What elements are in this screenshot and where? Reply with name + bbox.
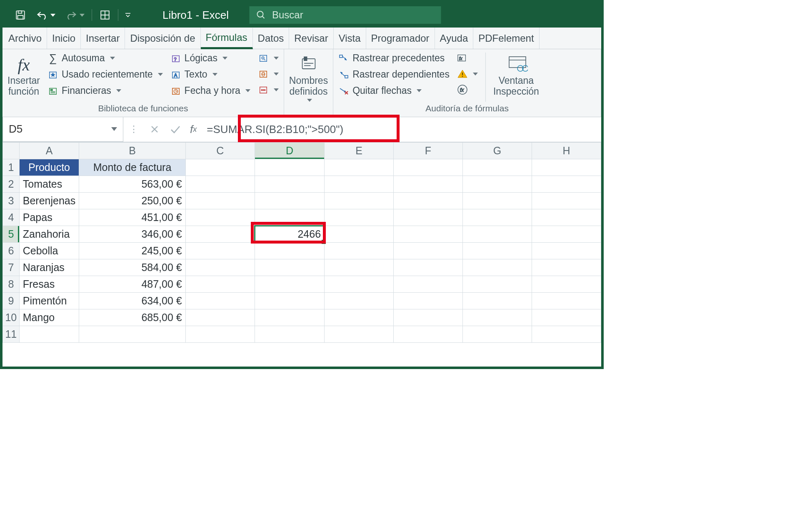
cell-D2[interactable]	[255, 176, 324, 192]
tab-inicio[interactable]: Inicio	[47, 28, 81, 49]
cell-A3[interactable]: Berenjenas	[19, 192, 79, 209]
defined-names-button[interactable]: Nombres definidos	[289, 53, 328, 102]
cell-E10[interactable]	[325, 309, 394, 326]
cell-G1[interactable]	[462, 159, 532, 176]
tab-vista[interactable]: Vista	[334, 28, 366, 49]
column-header-H[interactable]: H	[532, 142, 601, 159]
cell-H1[interactable]	[532, 159, 601, 176]
select-all-corner[interactable]	[3, 142, 20, 159]
cell-H5[interactable]	[532, 226, 601, 242]
cell-H8[interactable]	[532, 276, 601, 292]
tab-pdfelement[interactable]: PDFelement	[473, 28, 539, 49]
column-header-C[interactable]: C	[185, 142, 255, 159]
cell-D4[interactable]	[255, 209, 324, 226]
customize-qat-button[interactable]	[122, 5, 134, 25]
cell-E4[interactable]	[325, 209, 394, 226]
cell-D6[interactable]	[255, 242, 324, 259]
cell-F2[interactable]	[394, 176, 463, 192]
cell-B2[interactable]: 563,00 €	[79, 176, 186, 192]
row-header-11[interactable]: 11	[3, 326, 20, 342]
cell-C6[interactable]	[185, 242, 255, 259]
show-formulas-button[interactable]: fx	[457, 53, 478, 63]
cell-H10[interactable]	[532, 309, 601, 326]
cell-E7[interactable]	[325, 259, 394, 276]
cell-H4[interactable]	[532, 209, 601, 226]
cell-A1[interactable]: Producto	[19, 159, 79, 176]
cell-A8[interactable]: Fresas	[19, 276, 79, 292]
text-button[interactable]: A Texto	[170, 69, 250, 80]
redo-button[interactable]	[62, 5, 88, 25]
cell-F9[interactable]	[394, 292, 463, 309]
cell-B7[interactable]: 584,00 €	[79, 259, 186, 276]
cell-F6[interactable]	[394, 242, 463, 259]
cell-A2[interactable]: Tomates	[19, 176, 79, 192]
cell-H11[interactable]	[532, 326, 601, 342]
cell-H3[interactable]	[532, 192, 601, 209]
cell-F11[interactable]	[394, 326, 463, 342]
cell-B4[interactable]: 451,00 €	[79, 209, 186, 226]
cell-A7[interactable]: Naranjas	[19, 259, 79, 276]
cell-D3[interactable]	[255, 192, 324, 209]
cell-F8[interactable]	[394, 276, 463, 292]
column-header-B[interactable]: B	[79, 142, 186, 159]
column-header-F[interactable]: F	[394, 142, 463, 159]
row-header-4[interactable]: 4	[3, 209, 20, 226]
cell-D5[interactable]: 2466	[255, 226, 324, 242]
cell-C11[interactable]	[185, 326, 255, 342]
error-checking-button[interactable]	[457, 68, 478, 79]
cell-F4[interactable]	[394, 209, 463, 226]
more-functions-button[interactable]	[258, 84, 279, 95]
cell-G10[interactable]	[462, 309, 532, 326]
row-header-1[interactable]: 1	[3, 159, 20, 176]
undo-button[interactable]	[32, 5, 59, 25]
row-header-5[interactable]: 5	[3, 226, 20, 242]
cell-G8[interactable]	[462, 276, 532, 292]
cell-A4[interactable]: Papas	[19, 209, 79, 226]
cell-D7[interactable]	[255, 259, 324, 276]
cell-G2[interactable]	[462, 176, 532, 192]
lookup-button[interactable]	[258, 53, 279, 63]
cell-C10[interactable]	[185, 309, 255, 326]
cell-E8[interactable]	[325, 276, 394, 292]
name-box[interactable]: D5	[2, 117, 123, 142]
tab-fórmulas[interactable]: Fórmulas	[201, 28, 253, 49]
cell-C7[interactable]	[185, 259, 255, 276]
row-header-10[interactable]: 10	[3, 309, 20, 326]
cell-D1[interactable]	[255, 159, 324, 176]
cell-B6[interactable]: 245,00 €	[79, 242, 186, 259]
cell-C9[interactable]	[185, 292, 255, 309]
insert-function-button[interactable]: fx Insertar función	[7, 53, 40, 97]
cell-C2[interactable]	[185, 176, 255, 192]
tab-disposición-de[interactable]: Disposición de	[125, 28, 200, 49]
logical-button[interactable]: ? Lógicas	[170, 53, 250, 64]
tab-datos[interactable]: Datos	[253, 28, 290, 49]
fx-label[interactable]: fx	[186, 117, 201, 142]
remove-arrows-button[interactable]: Quitar flechas	[338, 85, 450, 96]
cell-G6[interactable]	[462, 242, 532, 259]
cell-D9[interactable]	[255, 292, 324, 309]
tab-revisar[interactable]: Revisar	[289, 28, 333, 49]
cell-H2[interactable]	[532, 176, 601, 192]
column-header-G[interactable]: G	[462, 142, 532, 159]
column-header-A[interactable]: A	[19, 142, 79, 159]
row-header-8[interactable]: 8	[3, 276, 20, 292]
tab-programador[interactable]: Programador	[366, 28, 435, 49]
formula-input[interactable]: =SUMAR.SI(B2:B10;">500")	[201, 117, 601, 142]
cell-E2[interactable]	[325, 176, 394, 192]
date-time-button[interactable]: Fecha y hora	[170, 85, 250, 96]
column-header-D[interactable]: D	[255, 142, 324, 159]
column-header-E[interactable]: E	[325, 142, 394, 159]
cell-F7[interactable]	[394, 259, 463, 276]
borders-button[interactable]	[95, 5, 115, 25]
cell-G3[interactable]	[462, 192, 532, 209]
search-box[interactable]: Buscar	[250, 6, 441, 24]
cell-D8[interactable]	[255, 276, 324, 292]
cell-F5[interactable]	[394, 226, 463, 242]
cell-E6[interactable]	[325, 242, 394, 259]
tab-archivo[interactable]: Archivo	[2, 28, 47, 49]
cell-B5[interactable]: 346,00 €	[79, 226, 186, 242]
cell-B11[interactable]	[79, 326, 186, 342]
tab-insertar[interactable]: Insertar	[81, 28, 125, 49]
cell-D10[interactable]	[255, 309, 324, 326]
cell-B1[interactable]: Monto de factura	[79, 159, 186, 176]
